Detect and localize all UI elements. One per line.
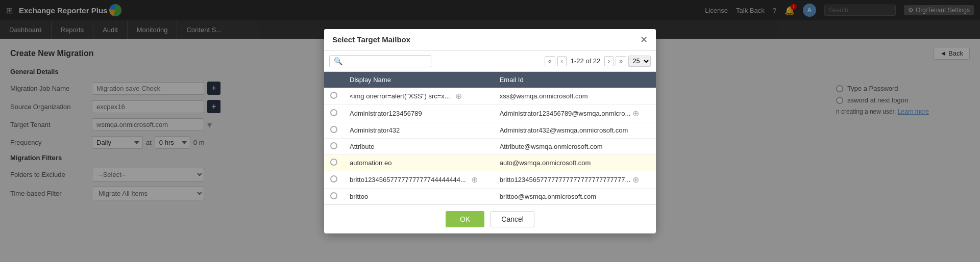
email-cell: brittoo@wsmqa.onmicrosoft.com (494, 188, 656, 204)
radio-button[interactable] (330, 192, 337, 199)
pagination-first-button[interactable]: « (545, 56, 555, 66)
display-name-cell: Attribute (344, 138, 494, 154)
modal-search-input[interactable] (345, 57, 426, 65)
display-name-cell: Administrator432 (344, 122, 494, 138)
pagination-last-button[interactable]: » (616, 56, 626, 66)
row-radio-cell[interactable] (324, 104, 344, 122)
email-cell: britto123456577777777777777777777777...⊕ (494, 171, 656, 188)
col-display-name: Display Name (344, 72, 494, 88)
email-expand-icon[interactable]: ⊕ (632, 109, 639, 118)
cancel-button[interactable]: Cancel (491, 211, 534, 227)
display-expand-icon[interactable]: ⊕ (471, 175, 478, 185)
row-radio-cell[interactable] (324, 88, 344, 105)
display-name-cell: automation eo (344, 154, 494, 171)
radio-button[interactable] (330, 109, 337, 116)
display-expand-icon[interactable]: ⊕ (455, 91, 462, 101)
col-radio (324, 72, 344, 88)
ok-button[interactable]: OK (446, 211, 484, 227)
display-name-cell: <img onerror=alert("XSS") src=x...⊕ (344, 88, 494, 105)
radio-button[interactable] (330, 126, 337, 133)
email-cell: Administrator123456789@wsmqa.onmicro...⊕ (494, 104, 656, 122)
table-header-row: Display Name Email Id (324, 72, 656, 88)
select-mailbox-modal: Select Target Mailbox ✕ 🔍 « ‹ 1-22 of 22… (324, 29, 656, 233)
display-name-cell: Administrator123456789 (344, 104, 494, 122)
email-expand-icon[interactable]: ⊕ (632, 175, 639, 185)
table-row[interactable]: <img onerror=alert("XSS") src=x...⊕xss@w… (324, 88, 656, 105)
table-row[interactable]: britto12345657777777777744444444...⊕brit… (324, 171, 656, 188)
email-cell: Administrator432@wsmqa.onmicrosoft.com (494, 122, 656, 138)
radio-button[interactable] (330, 142, 337, 149)
email-cell: xss@wsmqa.onmicrosoft.com (494, 88, 656, 105)
radio-button[interactable] (330, 159, 337, 166)
radio-button[interactable] (330, 175, 337, 182)
mailbox-table: Display Name Email Id <img onerror=alert… (324, 72, 656, 204)
display-name-cell: brittoo (344, 188, 494, 204)
pagination: « ‹ 1-22 of 22 › » 25 50 (545, 56, 651, 67)
modal-search-wrapper: 🔍 (329, 55, 431, 67)
display-name-cell: britto12345657777777777744444444...⊕ (344, 171, 494, 188)
modal-footer: OK Cancel (324, 204, 656, 233)
email-cell: auto@wsmqa.onmicrosoft.com (494, 154, 656, 171)
table-row[interactable]: AttributeAttribute@wsmqa.onmicrosoft.com (324, 138, 656, 154)
row-radio-cell[interactable] (324, 122, 344, 138)
row-radio-cell[interactable] (324, 171, 344, 188)
pagination-next-button[interactable]: › (604, 56, 614, 66)
table-row[interactable]: brittoobrittoo@wsmqa.onmicrosoft.com (324, 188, 656, 204)
modal-header: Select Target Mailbox ✕ (324, 29, 656, 51)
pagination-info: 1-22 of 22 (571, 57, 601, 65)
col-email-id: Email Id (494, 72, 656, 88)
email-cell: Attribute@wsmqa.onmicrosoft.com (494, 138, 656, 154)
modal-overlay: Select Target Mailbox ✕ 🔍 « ‹ 1-22 of 22… (0, 0, 980, 262)
row-radio-cell[interactable] (324, 154, 344, 171)
modal-search-icon: 🔍 (334, 57, 342, 65)
row-radio-cell[interactable] (324, 188, 344, 204)
table-row[interactable]: Administrator432Administrator432@wsmqa.o… (324, 122, 656, 138)
modal-search-bar: 🔍 « ‹ 1-22 of 22 › » 25 50 (324, 51, 656, 72)
radio-button[interactable] (330, 92, 337, 99)
per-page-select[interactable]: 25 50 (628, 56, 651, 67)
modal-table-container: Display Name Email Id <img onerror=alert… (324, 72, 656, 204)
modal-title: Select Target Mailbox (332, 35, 410, 44)
modal-close-button[interactable]: ✕ (640, 35, 648, 44)
row-radio-cell[interactable] (324, 138, 344, 154)
table-row[interactable]: Administrator123456789Administrator12345… (324, 104, 656, 122)
table-row[interactable]: automation eoauto@wsmqa.onmicrosoft.com (324, 154, 656, 171)
pagination-prev-button[interactable]: ‹ (557, 56, 567, 66)
